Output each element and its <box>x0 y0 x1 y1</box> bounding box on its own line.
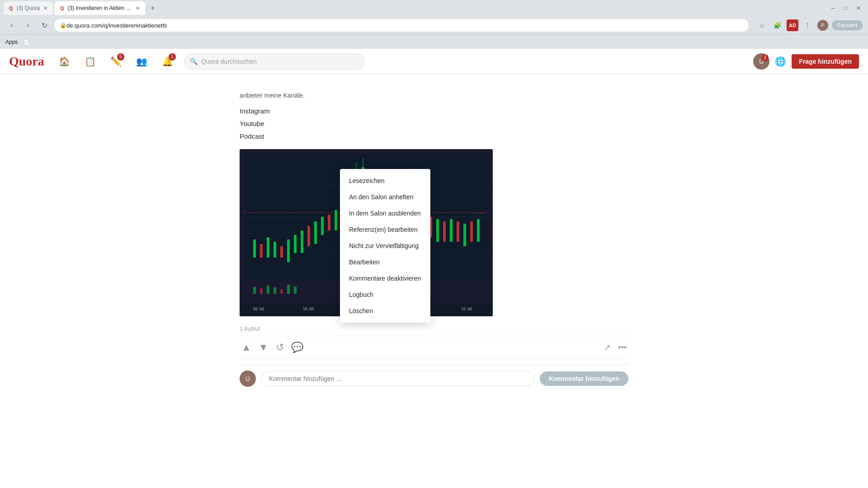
svg-text:---: --- <box>476 211 484 216</box>
interaction-bar: ▲ ▼ ↺ 💬 ↗ ••• <box>240 336 628 359</box>
answer-badge: 5 <box>117 53 124 61</box>
language-button[interactable]: 🌐 <box>775 56 786 67</box>
share-button[interactable]: ↺ <box>274 340 286 355</box>
tab-1-close[interactable]: ✕ <box>43 5 47 11</box>
menu-button[interactable]: ⋮ <box>801 19 814 32</box>
window-controls: ─ □ ✕ <box>827 3 864 13</box>
instagram-link[interactable]: Instagram <box>240 106 628 117</box>
menu-item-loeschen[interactable]: Löschen <box>340 303 430 319</box>
svg-rect-13 <box>301 230 303 253</box>
minimize-button[interactable]: ─ <box>827 3 839 13</box>
notification-nav-button[interactable]: 🔔 1 <box>158 52 177 70</box>
menu-item-bearbeiten[interactable]: Bearbeiten <box>340 254 430 270</box>
add-comment-button[interactable]: Kommentar hinzufügen <box>540 371 628 386</box>
comment-area: U Kommentar hinzufügen <box>240 365 628 392</box>
menu-item-salon-anheften[interactable]: An den Salon anheften <box>340 189 430 205</box>
svg-rect-49 <box>294 286 297 294</box>
svg-rect-36 <box>436 219 439 242</box>
community-nav-button[interactable]: 👥 <box>132 52 151 70</box>
menu-item-nicht-vervielfaeltigung[interactable]: Nicht zur Vervielfältigung <box>340 238 430 254</box>
comment-button[interactable]: 💬 <box>289 340 305 355</box>
maximize-button[interactable]: □ <box>840 3 851 13</box>
menu-item-logbuch[interactable]: Logbuch <box>340 286 430 303</box>
menu-item-referenzen[interactable]: Referenz(en) bearbeiten <box>340 221 430 238</box>
tab-2-close[interactable]: ✕ <box>136 5 140 11</box>
menu-item-salon-ausblenden[interactable]: In dem Salon ausblenden <box>340 205 430 221</box>
bookmarks-button[interactable]: ☆ <box>756 19 769 32</box>
reload-button[interactable]: ↻ <box>38 19 51 32</box>
address-bar: ‹ › ↻ 🔒 de.quora.com/q/investiereninakti… <box>0 16 868 34</box>
more-options-button[interactable]: ••• <box>616 341 628 354</box>
menu-item-lesezeichen[interactable]: Lesezeichen <box>340 173 430 189</box>
podcast-link[interactable]: Podcast <box>240 131 628 142</box>
adblocker-icon[interactable]: AD <box>787 19 798 31</box>
youtube-link[interactable]: Youtube <box>240 118 628 129</box>
new-tab-button[interactable]: + <box>147 2 158 14</box>
svg-rect-17 <box>328 215 330 230</box>
svg-rect-6 <box>253 239 256 258</box>
title-bar: Q (3) Quora ✕ Q (3) Investieren in Aktie… <box>0 0 868 16</box>
back-button[interactable]: ‹ <box>5 19 18 32</box>
paused-button[interactable]: Pausiert <box>832 20 863 30</box>
home-nav-button[interactable]: 🏠 <box>55 52 74 70</box>
user-avatar-button[interactable]: U 2 <box>753 53 769 70</box>
extensions-button[interactable]: 🧩 <box>771 19 784 32</box>
views-count: 1 Aufruf <box>240 325 260 332</box>
svg-rect-7 <box>260 244 263 258</box>
quora-header: Quora 🏠 📋 ✏️ 5 👥 🔔 1 🔍 Quora durchsuchen… <box>0 49 868 74</box>
search-bar[interactable]: 🔍 Quora durchsuchen <box>184 53 365 70</box>
svg-rect-16 <box>321 217 324 235</box>
svg-rect-44 <box>260 288 263 294</box>
svg-rect-8 <box>267 237 269 258</box>
svg-rect-43 <box>253 287 256 294</box>
svg-rect-42 <box>477 219 480 242</box>
menu-item-kommentare[interactable]: Kommentare deaktivieren <box>340 270 430 286</box>
profile-badge: 2 <box>761 54 769 61</box>
url-bar[interactable]: 🔒 de.quora.com/q/investiereninaktienetfs <box>54 19 749 32</box>
context-menu: Lesezeichen An den Salon anheften In dem… <box>340 169 430 323</box>
svg-rect-10 <box>280 246 283 258</box>
svg-rect-15 <box>314 221 317 244</box>
notification-badge: 1 <box>169 53 176 61</box>
svg-rect-38 <box>450 219 453 242</box>
svg-rect-14 <box>307 226 310 246</box>
browser-actions: ☆ 🧩 AD ⋮ P Pausiert <box>756 19 863 32</box>
tab-2[interactable]: Q (3) Investieren in Aktien & ETFs ✕ <box>55 1 145 15</box>
header-right: U 2 🌐 Frage hinzufügen <box>753 53 859 70</box>
svg-rect-18 <box>335 210 337 230</box>
feed-nav-button[interactable]: 📋 <box>81 52 99 70</box>
svg-rect-40 <box>463 224 466 246</box>
quora-logo: Quora <box>9 54 44 69</box>
search-icon: 🔍 <box>190 58 198 65</box>
close-button[interactable]: ✕ <box>853 3 864 13</box>
bookmarks-bar: Apps 📄 <box>0 34 868 49</box>
quora-app: Quora 🏠 📋 ✏️ 5 👥 🔔 1 🔍 Quora durchsuchen… <box>0 49 868 488</box>
answer-block: anbieter meine Kanäle. Instagram Youtube… <box>240 83 628 399</box>
forward-share-button[interactable]: ↗ <box>602 341 613 354</box>
content-area: anbieter meine Kanäle. Instagram Youtube… <box>231 74 637 488</box>
svg-rect-45 <box>267 286 269 294</box>
action-bar: 1 Aufruf <box>240 322 628 336</box>
commenter-avatar: U <box>240 371 256 387</box>
svg-rect-47 <box>280 289 283 294</box>
svg-rect-39 <box>457 221 459 242</box>
svg-text:08:00: 08:00 <box>253 307 264 311</box>
svg-rect-11 <box>287 239 290 262</box>
svg-rect-41 <box>470 221 473 242</box>
tab-1[interactable]: Q (3) Quora ✕ <box>4 1 53 15</box>
svg-text:10:00: 10:00 <box>303 307 314 311</box>
main-content: anbieter meine Kanäle. Instagram Youtube… <box>0 74 868 488</box>
comment-input[interactable] <box>261 371 534 386</box>
upvote-button[interactable]: ▲ <box>240 340 253 355</box>
answer-nav-button[interactable]: ✏️ 5 <box>107 52 125 70</box>
profile-button[interactable]: P <box>816 19 829 32</box>
svg-rect-48 <box>287 285 290 294</box>
svg-rect-46 <box>274 287 276 294</box>
svg-rect-9 <box>274 242 276 258</box>
bookmark-apps[interactable]: Apps <box>5 39 18 45</box>
above-text: anbieter meine Kanäle. <box>240 90 628 100</box>
downvote-button[interactable]: ▼ <box>257 340 270 355</box>
add-question-button[interactable]: Frage hinzufügen <box>792 54 859 69</box>
svg-rect-12 <box>294 235 297 253</box>
forward-button[interactable]: › <box>22 19 34 32</box>
